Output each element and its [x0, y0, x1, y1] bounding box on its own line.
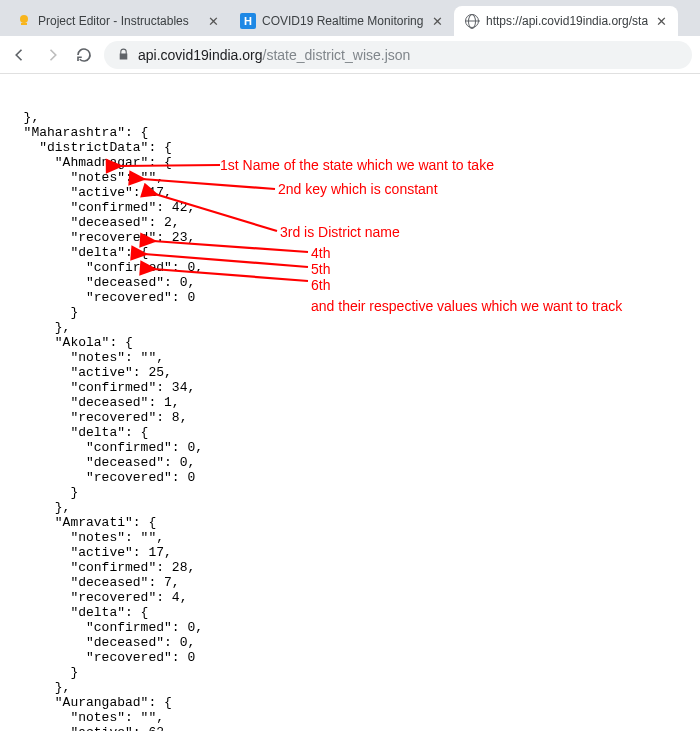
svg-text:H: H — [244, 15, 252, 27]
tab-api-json[interactable]: https://api.covid19india.org/sta ✕ — [454, 6, 678, 36]
svg-rect-1 — [21, 23, 27, 25]
tab-title: https://api.covid19india.org/sta — [486, 14, 648, 28]
tab-title: COVID19 Realtime Monitoring — [262, 14, 424, 28]
url-host: api.covid19india.org — [138, 47, 263, 63]
instructables-icon — [16, 13, 32, 29]
close-icon[interactable]: ✕ — [206, 14, 220, 28]
globe-icon — [464, 13, 480, 29]
close-icon[interactable]: ✕ — [430, 14, 444, 28]
url-text: api.covid19india.org/state_district_wise… — [138, 47, 680, 63]
address-bar[interactable]: api.covid19india.org/state_district_wise… — [104, 41, 692, 69]
url-path: /state_district_wise.json — [263, 47, 411, 63]
lock-icon — [116, 48, 130, 62]
back-button[interactable] — [8, 43, 32, 67]
tab-strip: Project Editor - Instructables ✕ H COVID… — [0, 0, 700, 36]
tab-covid-monitor[interactable]: H COVID19 Realtime Monitoring ✕ — [230, 6, 454, 36]
tab-instructables[interactable]: Project Editor - Instructables ✕ — [6, 6, 230, 36]
forward-button[interactable] — [40, 43, 64, 67]
h-blue-icon: H — [240, 13, 256, 29]
browser-toolbar: api.covid19india.org/state_district_wise… — [0, 36, 700, 74]
json-viewer[interactable]: }, "Maharashtra": { "districtData": { "A… — [0, 74, 700, 731]
tab-title: Project Editor - Instructables — [38, 14, 200, 28]
close-icon[interactable]: ✕ — [654, 14, 668, 28]
reload-button[interactable] — [72, 43, 96, 67]
svg-point-0 — [20, 15, 28, 23]
